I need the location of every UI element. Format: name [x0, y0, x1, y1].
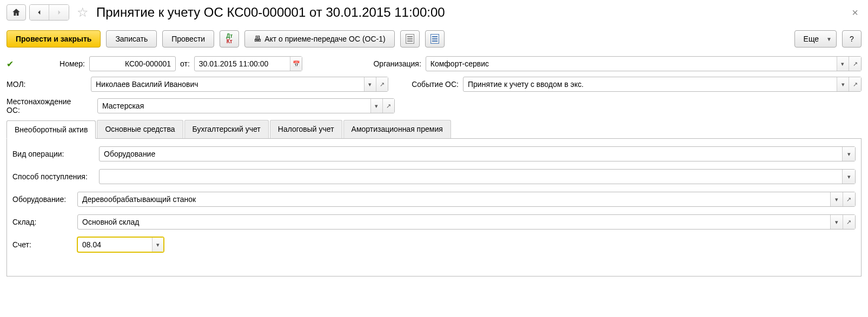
- dropdown-icon[interactable]: ▾: [842, 147, 855, 161]
- home-icon: [11, 8, 21, 17]
- arrow-right-icon: [55, 8, 63, 17]
- location-field[interactable]: ▾ ↗: [97, 98, 395, 113]
- warehouse-field[interactable]: ▾ ↗: [77, 214, 856, 230]
- dropdown-icon[interactable]: ▾: [364, 77, 376, 91]
- equipment-label: Оборудование:: [12, 195, 72, 204]
- printer-icon: [254, 35, 261, 43]
- more-label: Еще: [804, 35, 819, 43]
- document-list-icon: [430, 34, 439, 44]
- account-field[interactable]: ▾: [77, 237, 164, 252]
- doc-related-button[interactable]: [425, 30, 445, 48]
- chevron-down-icon: ▼: [826, 36, 832, 42]
- home-button[interactable]: [6, 4, 26, 21]
- calendar-icon[interactable]: 📅: [290, 57, 301, 71]
- op-type-label: Вид операции:: [12, 150, 94, 158]
- print-act-label: Акт о приеме-передаче ОС (ОС-1): [264, 35, 386, 43]
- warehouse-input[interactable]: [78, 215, 830, 229]
- org-field[interactable]: ▾ ↗: [426, 56, 862, 71]
- header-row-1: ✔ Номер: от: 📅 Организация: ▾ ↗: [6, 56, 862, 71]
- dropdown-icon[interactable]: ▾: [837, 77, 849, 91]
- back-button[interactable]: [30, 5, 49, 20]
- location-input[interactable]: [98, 99, 370, 113]
- equipment-field[interactable]: ▾ ↗: [77, 192, 856, 207]
- mol-input[interactable]: [91, 77, 364, 91]
- row-equipment: Оборудование: ▾ ↗: [12, 192, 856, 207]
- forward-button[interactable]: [49, 5, 69, 20]
- save-button[interactable]: Записать: [106, 30, 157, 48]
- open-icon[interactable]: ↗: [849, 77, 861, 91]
- receipt-label: Способ поступления:: [12, 172, 94, 181]
- dropdown-icon[interactable]: ▾: [152, 238, 163, 252]
- tab-panel: Вид операции: ▾ Способ поступления: ▾ Об…: [6, 139, 862, 276]
- nav-group: [29, 4, 69, 21]
- dropdown-icon[interactable]: ▾: [830, 215, 843, 229]
- account-input[interactable]: [78, 238, 152, 252]
- date-input[interactable]: [195, 57, 290, 71]
- row-op-type: Вид операции: ▾: [12, 146, 856, 161]
- dropdown-icon[interactable]: ▾: [370, 99, 382, 113]
- dropdown-icon[interactable]: ▾: [830, 192, 843, 206]
- tab-noncurrent-asset[interactable]: Внеоборотный актив: [6, 120, 96, 139]
- number-field[interactable]: [89, 56, 176, 71]
- open-icon[interactable]: ↗: [843, 192, 855, 206]
- receipt-field[interactable]: ▾: [99, 169, 856, 184]
- open-icon[interactable]: ↗: [849, 57, 861, 71]
- dtkt-icon: ДтКт: [226, 33, 233, 44]
- row-warehouse: Склад: ▾ ↗: [12, 214, 856, 230]
- dropdown-icon[interactable]: ▾: [842, 170, 855, 184]
- open-icon[interactable]: ↗: [843, 215, 855, 229]
- op-type-input[interactable]: [100, 147, 842, 161]
- org-input[interactable]: [426, 57, 837, 71]
- open-icon[interactable]: ↗: [376, 77, 388, 91]
- tab-tax[interactable]: Налоговый учет: [270, 120, 342, 138]
- close-button[interactable]: ×: [849, 6, 862, 19]
- op-type-field[interactable]: ▾: [99, 146, 856, 161]
- date-label: от:: [180, 59, 190, 68]
- tabs: Внеоборотный актив Основные средства Бух…: [6, 120, 862, 139]
- warehouse-label: Склад:: [12, 218, 72, 226]
- receipt-input[interactable]: [100, 170, 842, 184]
- post-and-close-button[interactable]: Провести и закрыть: [6, 30, 101, 48]
- row-account: Счет: ▾: [12, 237, 856, 252]
- header-row-2: МОЛ: ▾ ↗ Событие ОС: ▾ ↗: [6, 77, 862, 92]
- topbar: ☆ Принятие к учету ОС КС00-000001 от 30.…: [6, 4, 862, 21]
- tab-amort-bonus[interactable]: Амортизационная премия: [343, 120, 451, 138]
- event-label: Событие ОС:: [399, 80, 459, 89]
- number-input[interactable]: [90, 57, 175, 71]
- tab-fixed-assets[interactable]: Основные средства: [97, 120, 183, 138]
- number-label: Номер:: [20, 59, 85, 68]
- org-label: Организация:: [313, 59, 421, 68]
- dtkt-button[interactable]: ДтКт: [220, 30, 239, 48]
- equipment-input[interactable]: [78, 192, 830, 206]
- event-input[interactable]: [463, 77, 837, 91]
- date-field[interactable]: 📅: [194, 56, 302, 71]
- page-title: Принятие к учету ОС КС00-000001 от 30.01…: [96, 5, 845, 20]
- mol-field[interactable]: ▾ ↗: [91, 77, 388, 92]
- header-row-3: Местонахождение ОС: ▾ ↗: [6, 97, 862, 114]
- favorite-star-icon[interactable]: ☆: [77, 5, 89, 20]
- post-button[interactable]: Провести: [162, 30, 214, 48]
- mol-label: МОЛ:: [6, 80, 87, 89]
- help-button[interactable]: ?: [842, 30, 862, 48]
- toolbar: Провести и закрыть Записать Провести ДтК…: [6, 30, 862, 48]
- event-field[interactable]: ▾ ↗: [463, 77, 862, 92]
- open-icon[interactable]: ↗: [382, 99, 394, 113]
- account-label: Счет:: [12, 240, 72, 249]
- arrow-left-icon: [35, 8, 44, 17]
- posted-check-icon: ✔: [6, 59, 14, 69]
- print-act-button[interactable]: Акт о приеме-передаче ОС (ОС-1): [244, 30, 395, 48]
- tab-accounting[interactable]: Бухгалтерский учет: [184, 120, 269, 138]
- row-receipt: Способ поступления: ▾: [12, 169, 856, 184]
- document-icon: [406, 34, 414, 44]
- dropdown-icon[interactable]: ▾: [837, 57, 849, 71]
- location-label: Местонахождение ОС:: [6, 97, 87, 114]
- more-button[interactable]: Еще ▼: [794, 30, 837, 48]
- doc-struct-button[interactable]: [400, 30, 420, 48]
